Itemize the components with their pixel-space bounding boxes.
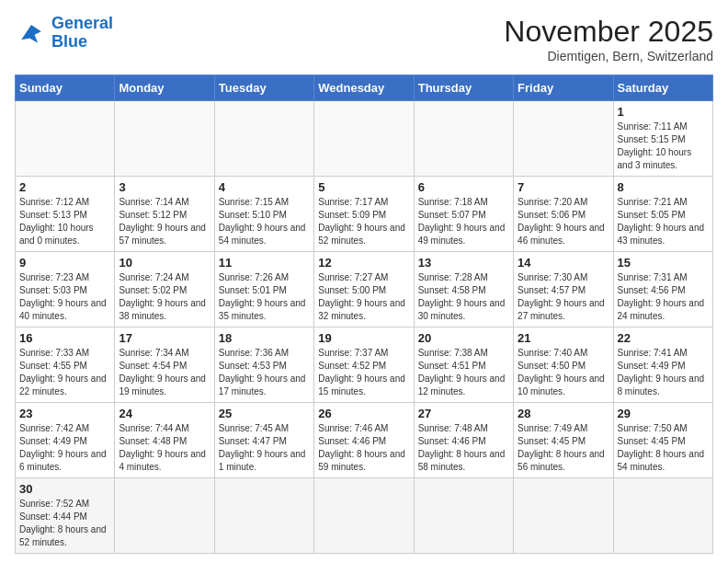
day-info: Sunrise: 7:18 AM Sunset: 5:07 PM Dayligh… <box>418 196 509 247</box>
header-cell-thursday: Thursday <box>414 75 513 101</box>
day-number: 9 <box>19 256 110 270</box>
day-info: Sunrise: 7:28 AM Sunset: 4:58 PM Dayligh… <box>418 271 509 323</box>
day-cell <box>613 478 712 554</box>
day-cell: 11Sunrise: 7:26 AM Sunset: 5:01 PM Dayli… <box>214 252 313 327</box>
logo-line1: General <box>51 14 113 32</box>
day-info: Sunrise: 7:42 AM Sunset: 4:49 PM Dayligh… <box>19 422 110 474</box>
week-row-5: 30Sunrise: 7:52 AM Sunset: 4:44 PM Dayli… <box>16 478 713 554</box>
day-cell <box>115 101 214 177</box>
day-info: Sunrise: 7:52 AM Sunset: 4:44 PM Dayligh… <box>19 498 110 549</box>
day-cell: 7Sunrise: 7:20 AM Sunset: 5:06 PM Daylig… <box>514 177 613 252</box>
day-cell: 3Sunrise: 7:14 AM Sunset: 5:12 PM Daylig… <box>115 177 214 252</box>
day-info: Sunrise: 7:38 AM Sunset: 4:51 PM Dayligh… <box>418 347 509 398</box>
day-cell: 8Sunrise: 7:21 AM Sunset: 5:05 PM Daylig… <box>613 177 712 252</box>
day-number: 20 <box>418 331 509 345</box>
header-row: SundayMondayTuesdayWednesdayThursdayFrid… <box>16 75 713 101</box>
day-cell: 17Sunrise: 7:34 AM Sunset: 4:54 PM Dayli… <box>115 327 214 403</box>
day-info: Sunrise: 7:46 AM Sunset: 4:46 PM Dayligh… <box>318 422 409 474</box>
general-blue-logo-icon <box>15 17 48 50</box>
logo-line2: Blue <box>51 32 87 51</box>
day-cell: 10Sunrise: 7:24 AM Sunset: 5:02 PM Dayli… <box>115 252 214 327</box>
day-cell: 28Sunrise: 7:49 AM Sunset: 4:45 PM Dayli… <box>514 403 613 478</box>
day-cell: 18Sunrise: 7:36 AM Sunset: 4:53 PM Dayli… <box>214 327 313 403</box>
header-cell-monday: Monday <box>115 75 214 101</box>
day-number: 30 <box>19 482 110 496</box>
day-info: Sunrise: 7:44 AM Sunset: 4:48 PM Dayligh… <box>119 422 210 474</box>
day-cell <box>514 478 613 554</box>
logo-text: General Blue <box>51 15 113 52</box>
day-cell: 2Sunrise: 7:12 AM Sunset: 5:13 PM Daylig… <box>16 177 115 252</box>
calendar-table: SundayMondayTuesdayWednesdayThursdayFrid… <box>15 75 713 554</box>
day-cell: 25Sunrise: 7:45 AM Sunset: 4:47 PM Dayli… <box>214 403 313 478</box>
day-number: 3 <box>119 180 210 194</box>
header-cell-tuesday: Tuesday <box>214 75 313 101</box>
day-cell: 4Sunrise: 7:15 AM Sunset: 5:10 PM Daylig… <box>214 177 313 252</box>
day-cell: 23Sunrise: 7:42 AM Sunset: 4:49 PM Dayli… <box>16 403 115 478</box>
day-cell <box>115 478 214 554</box>
day-info: Sunrise: 7:49 AM Sunset: 4:45 PM Dayligh… <box>518 422 609 474</box>
header-cell-wednesday: Wednesday <box>314 75 414 101</box>
day-number: 28 <box>518 407 609 420</box>
day-info: Sunrise: 7:50 AM Sunset: 4:45 PM Dayligh… <box>618 422 709 474</box>
day-info: Sunrise: 7:40 AM Sunset: 4:50 PM Dayligh… <box>518 347 609 398</box>
day-number: 24 <box>119 407 210 420</box>
day-number: 12 <box>318 256 409 270</box>
day-info: Sunrise: 7:30 AM Sunset: 4:57 PM Dayligh… <box>518 271 609 323</box>
day-cell <box>314 101 414 177</box>
svg-marker-0 <box>21 25 41 43</box>
day-cell: 21Sunrise: 7:40 AM Sunset: 4:50 PM Dayli… <box>514 327 613 403</box>
day-cell: 29Sunrise: 7:50 AM Sunset: 4:45 PM Dayli… <box>613 403 712 478</box>
day-cell <box>414 101 513 177</box>
calendar-body: 1Sunrise: 7:11 AM Sunset: 5:15 PM Daylig… <box>16 101 713 554</box>
month-title: November 2025 <box>504 15 713 49</box>
day-info: Sunrise: 7:21 AM Sunset: 5:05 PM Dayligh… <box>618 196 709 247</box>
day-number: 5 <box>318 180 409 194</box>
day-number: 16 <box>19 331 110 345</box>
day-number: 14 <box>518 256 609 270</box>
day-cell: 20Sunrise: 7:38 AM Sunset: 4:51 PM Dayli… <box>414 327 513 403</box>
day-cell: 30Sunrise: 7:52 AM Sunset: 4:44 PM Dayli… <box>16 478 115 554</box>
day-number: 29 <box>618 407 709 420</box>
day-cell: 14Sunrise: 7:30 AM Sunset: 4:57 PM Dayli… <box>514 252 613 327</box>
day-info: Sunrise: 7:15 AM Sunset: 5:10 PM Dayligh… <box>219 196 310 247</box>
day-cell <box>514 101 613 177</box>
day-cell <box>314 478 414 554</box>
day-cell: 15Sunrise: 7:31 AM Sunset: 4:56 PM Dayli… <box>613 252 712 327</box>
day-cell: 24Sunrise: 7:44 AM Sunset: 4:48 PM Dayli… <box>115 403 214 478</box>
day-cell: 6Sunrise: 7:18 AM Sunset: 5:07 PM Daylig… <box>414 177 513 252</box>
day-number: 17 <box>119 331 210 345</box>
day-info: Sunrise: 7:41 AM Sunset: 4:49 PM Dayligh… <box>618 347 709 398</box>
day-number: 19 <box>318 331 409 345</box>
day-info: Sunrise: 7:31 AM Sunset: 4:56 PM Dayligh… <box>618 271 709 323</box>
day-number: 27 <box>418 407 509 420</box>
day-number: 25 <box>219 407 310 420</box>
day-cell <box>414 478 513 554</box>
day-info: Sunrise: 7:33 AM Sunset: 4:55 PM Dayligh… <box>19 347 110 398</box>
day-number: 11 <box>219 256 310 270</box>
week-row-2: 9Sunrise: 7:23 AM Sunset: 5:03 PM Daylig… <box>16 252 713 327</box>
week-row-3: 16Sunrise: 7:33 AM Sunset: 4:55 PM Dayli… <box>16 327 713 403</box>
day-number: 1 <box>618 105 709 119</box>
day-cell: 1Sunrise: 7:11 AM Sunset: 5:15 PM Daylig… <box>613 101 712 177</box>
day-info: Sunrise: 7:11 AM Sunset: 5:15 PM Dayligh… <box>618 121 709 172</box>
page-header: General Blue November 2025 Diemtigen, Be… <box>15 15 713 63</box>
day-number: 2 <box>19 180 110 194</box>
week-row-0: 1Sunrise: 7:11 AM Sunset: 5:15 PM Daylig… <box>16 101 713 177</box>
day-number: 23 <box>19 407 110 420</box>
calendar-header: SundayMondayTuesdayWednesdayThursdayFrid… <box>16 75 713 101</box>
location-subtitle: Diemtigen, Bern, Switzerland <box>504 49 713 63</box>
day-number: 26 <box>318 407 409 420</box>
day-info: Sunrise: 7:27 AM Sunset: 5:00 PM Dayligh… <box>318 271 409 323</box>
day-info: Sunrise: 7:37 AM Sunset: 4:52 PM Dayligh… <box>318 347 409 398</box>
day-number: 13 <box>418 256 509 270</box>
header-cell-saturday: Saturday <box>613 75 712 101</box>
day-number: 8 <box>618 180 709 194</box>
day-info: Sunrise: 7:24 AM Sunset: 5:02 PM Dayligh… <box>119 271 210 323</box>
day-info: Sunrise: 7:26 AM Sunset: 5:01 PM Dayligh… <box>219 271 310 323</box>
day-cell: 27Sunrise: 7:48 AM Sunset: 4:46 PM Dayli… <box>414 403 513 478</box>
day-cell: 22Sunrise: 7:41 AM Sunset: 4:49 PM Dayli… <box>613 327 712 403</box>
day-number: 18 <box>219 331 310 345</box>
day-cell <box>16 101 115 177</box>
day-cell: 13Sunrise: 7:28 AM Sunset: 4:58 PM Dayli… <box>414 252 513 327</box>
day-info: Sunrise: 7:36 AM Sunset: 4:53 PM Dayligh… <box>219 347 310 398</box>
